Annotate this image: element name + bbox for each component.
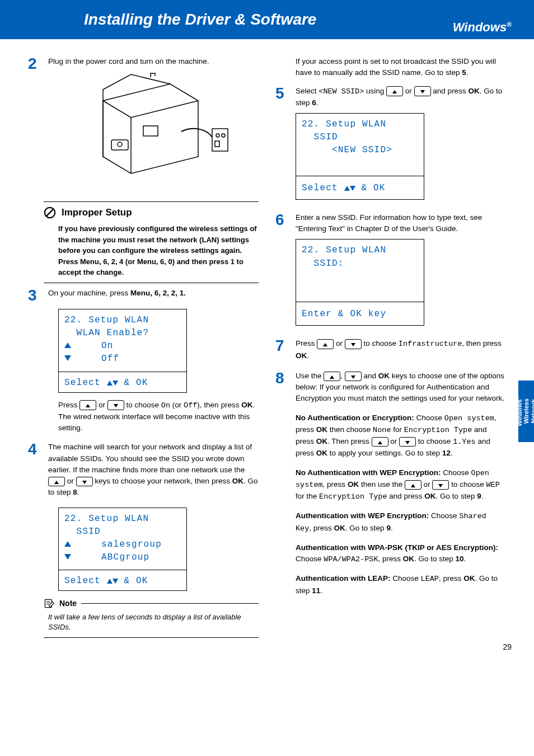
down-key-icon [414, 86, 431, 96]
option-auth-leap: Authentication with LEAP: Choose LEAP, p… [296, 573, 506, 597]
lcd-line: salesgroup [59, 538, 186, 551]
improper-setup-heading: Improper Setup [44, 206, 259, 219]
page-title: Installing the Driver & Software [84, 11, 316, 29]
step-4: 4 The machine will search for your netwo… [28, 442, 259, 501]
option-auth-wep: Authentication with WEP Encryption: Choo… [296, 510, 506, 534]
up-key-icon [372, 437, 388, 447]
step-3: 3 On your machine, press Menu, 6, 2, 2, … [28, 288, 259, 303]
lcd-panel: 22. Setup WLAN SSID salesgroup ABCgroup … [58, 508, 187, 591]
step-text: Press or to choose On (or Off), then pre… [58, 400, 256, 434]
svg-line-8 [46, 209, 54, 217]
step-7: 7 Press or to choose Infrastructure, the… [275, 338, 506, 365]
down-key-icon [345, 339, 362, 349]
step-number: 7 [275, 338, 288, 365]
divider [44, 283, 259, 283]
up-key-icon [79, 400, 96, 410]
lcd-line: SSID [296, 131, 424, 144]
lcd-line: WLAN Enable? [59, 327, 186, 340]
option-auth-wpa: Authentication with WPA-PSK (TKIP or AES… [296, 542, 506, 566]
up-key-icon [405, 480, 421, 490]
down-key-icon [76, 477, 93, 487]
lcd-line: 22. Setup WLAN [296, 118, 424, 131]
lcd-footer: Select & OK [59, 375, 186, 392]
lcd-panel: 22. Setup WLAN SSID: Enter & OK key [296, 239, 424, 326]
lcd-line: <NEW SSID> [296, 144, 424, 157]
printer-illustration [69, 73, 237, 185]
lcd-line: 22. Setup WLAN [59, 513, 186, 525]
note-heading: Note [44, 598, 259, 609]
svg-point-2 [118, 142, 122, 147]
lcd-footer: Select & OK [59, 574, 186, 590]
svg-rect-6 [215, 141, 219, 147]
divider [44, 201, 259, 202]
svg-rect-1 [111, 140, 128, 150]
down-key-icon [432, 480, 449, 490]
step-text: Use the , and OK keys to choose one of t… [296, 370, 506, 405]
svg-rect-0 [143, 126, 158, 136]
lcd-line: 22. Setup WLAN [59, 314, 186, 327]
lcd-footer: Select & OK [296, 180, 424, 199]
improper-setup-body: If you have previously configured the wi… [58, 223, 259, 278]
page-header: Installing the Driver & Software Windows… [0, 0, 534, 39]
step-2: 2 Plug in the power cord and turn on the… [28, 56, 259, 196]
down-key-icon [345, 372, 362, 382]
divider [44, 637, 259, 638]
svg-rect-3 [212, 129, 228, 151]
step-text: The machine will search for your network… [48, 442, 259, 498]
lcd-footer: Enter & OK key [296, 306, 424, 325]
lcd-line [296, 157, 424, 170]
prohibit-icon [44, 206, 56, 219]
option-no-auth-no-enc: No Authentication or Encryption: Choose … [296, 412, 506, 459]
lcd-line: Off [59, 353, 186, 365]
lcd-line [296, 270, 424, 283]
step-8: 8 Use the , and OK keys to choose one of… [275, 370, 506, 600]
page-number: 29 [503, 642, 512, 651]
step-text: Enter a new SSID. For information how to… [296, 212, 506, 235]
step-number: 2 [28, 56, 40, 196]
note-title: Note [59, 599, 77, 608]
svg-point-5 [222, 134, 225, 137]
step-number: 3 [28, 288, 40, 303]
lcd-line: ABCgroup [59, 551, 186, 564]
lcd-panel: 22. Setup WLAN SSID <NEW SSID> Select & … [296, 113, 424, 200]
improper-setup-title: Improper Setup [62, 207, 132, 218]
step-6: 6 Enter a new SSID. For information how … [275, 212, 506, 332]
step4-continued: If your access point is set to not broad… [296, 56, 506, 79]
svg-point-4 [216, 134, 219, 137]
note-body: It will take a few tens of seconds to di… [48, 612, 259, 632]
step-text: On your machine, press Menu, 6, 2, 2, 1. [48, 288, 259, 299]
down-key-icon [107, 400, 124, 410]
step-5: 5 Select <NEW SSID> using or and press O… [275, 86, 506, 206]
step-text: Press or to choose Infrastructure, then … [296, 338, 506, 361]
lcd-panel: 22. Setup WLAN WLAN Enable? On Off Selec… [58, 309, 187, 393]
os-label: Windows® [453, 20, 512, 39]
note-pencil-icon [44, 598, 55, 609]
step-text: Plug in the power cord and turn on the m… [48, 56, 259, 67]
left-column: 2 Plug in the power cord and turn on the… [28, 56, 259, 642]
lcd-line: SSID [59, 525, 186, 538]
down-key-icon [399, 437, 416, 447]
right-column: If your access point is set to not broad… [275, 56, 506, 642]
step-number: 4 [28, 442, 40, 501]
option-no-auth-wep: No Authentication with WEP Encryption: C… [296, 467, 506, 503]
up-key-icon [317, 339, 334, 349]
up-key-icon [48, 477, 65, 487]
up-key-icon [324, 372, 340, 382]
step-text: Select <NEW SSID> using or and press OK.… [296, 86, 506, 109]
lcd-line: 22. Setup WLAN [296, 244, 424, 257]
lcd-line: SSID: [296, 257, 424, 270]
lcd-line: On [59, 340, 186, 353]
lcd-line [296, 283, 424, 296]
side-tab: Windows®WirelessNetwork [518, 381, 534, 442]
step-number: 5 [275, 86, 288, 206]
up-key-icon [386, 86, 403, 96]
step-number: 8 [275, 370, 288, 600]
step-number: 6 [275, 212, 288, 332]
